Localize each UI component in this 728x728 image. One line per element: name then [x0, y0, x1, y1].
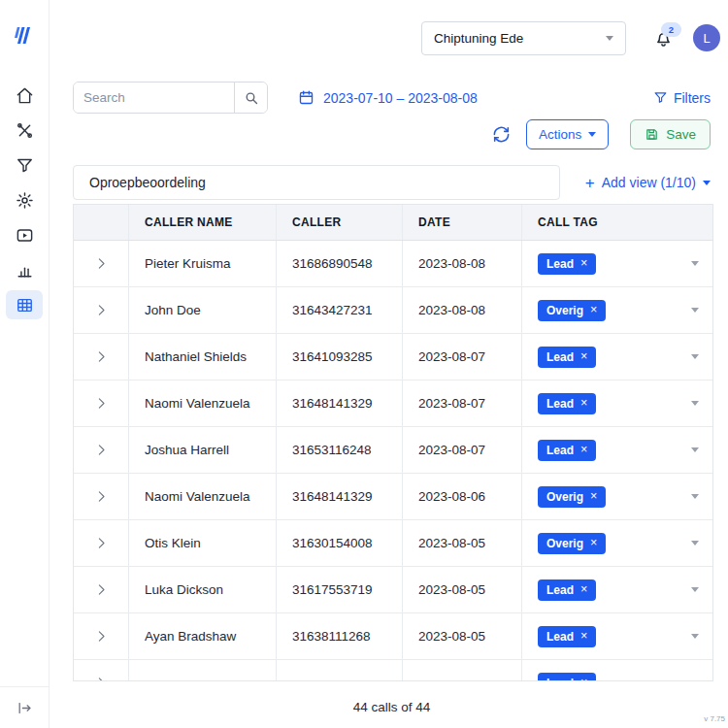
sidebar-item-call-table[interactable]	[6, 290, 43, 319]
date-range-value: 2023-07-10 – 2023-08-08	[323, 90, 478, 106]
chevron-right-icon	[94, 443, 109, 457]
row-expander[interactable]	[74, 241, 128, 286]
call-tag-badge[interactable]: Lead ×	[538, 626, 596, 647]
table-row: Lead ×	[74, 660, 712, 681]
call-tag-cell: Lead ×	[521, 381, 712, 426]
tag-dropdown-icon[interactable]	[691, 401, 699, 406]
row-expander[interactable]	[74, 660, 128, 681]
column-header-caller[interactable]: CALLER	[276, 205, 402, 240]
funnel-icon	[16, 156, 34, 175]
call-tag-label: Lead	[546, 257, 574, 271]
tag-dropdown-icon[interactable]	[691, 634, 699, 639]
call-tag-badge[interactable]: Lead ×	[538, 440, 596, 461]
call-tag-label: Lead	[546, 677, 574, 682]
tag-dropdown-icon[interactable]	[691, 680, 699, 681]
chevron-right-icon	[94, 489, 109, 504]
call-tag-cell: Lead ×	[521, 567, 712, 612]
call-tag-badge[interactable]: Overig ×	[538, 300, 606, 321]
sidebar-item-recordings[interactable]	[6, 220, 43, 249]
column-header-caller-name[interactable]: CALLER NAME	[128, 205, 276, 240]
triple-slash-logo[interactable]	[14, 27, 35, 44]
tag-dropdown-icon[interactable]	[691, 354, 699, 359]
sidebar-item-settings[interactable]	[6, 185, 43, 215]
toolbar-secondary: Actions Save	[73, 119, 711, 149]
plus-icon: +	[585, 175, 595, 191]
row-expander[interactable]	[74, 381, 128, 426]
avatar[interactable]: L	[693, 24, 720, 51]
row-expander[interactable]	[74, 613, 128, 659]
remove-tag-icon[interactable]: ×	[590, 537, 597, 549]
notifications-button[interactable]: 2	[653, 28, 674, 49]
tag-dropdown-icon[interactable]	[691, 587, 699, 592]
remove-tag-icon[interactable]: ×	[590, 304, 597, 316]
caller-name-cell: Otis Klein	[128, 520, 276, 566]
tag-dropdown-icon[interactable]	[691, 494, 699, 499]
caller-name-cell	[128, 660, 276, 681]
sidebar-item-filter[interactable]	[6, 150, 43, 180]
collapse-sidebar-icon	[17, 700, 33, 716]
remove-tag-icon[interactable]: ×	[590, 490, 597, 503]
caller-name-cell: Luka Dickson	[128, 567, 276, 612]
call-tag-badge[interactable]: Lead ×	[538, 347, 596, 368]
remove-tag-icon[interactable]: ×	[580, 583, 587, 596]
remove-tag-icon[interactable]: ×	[580, 444, 587, 456]
add-view-button[interactable]: + Add view (1/10)	[585, 175, 711, 191]
sidebar-item-home[interactable]	[6, 81, 43, 110]
tag-dropdown-icon[interactable]	[691, 308, 699, 313]
call-tag-label: Overig	[546, 490, 583, 504]
caller-name-cell: Joshua Harrell	[128, 427, 276, 473]
column-header-call-tag[interactable]: CALL TAG	[521, 205, 712, 240]
row-expander[interactable]	[74, 287, 128, 333]
table-row: Ayan Bradshaw 31638111268 2023-08-05 Lea…	[74, 613, 712, 660]
search-button[interactable]	[234, 83, 267, 113]
sidebar	[0, 0, 50, 728]
table-row: Otis Klein 31630154008 2023-08-05 Overig…	[74, 520, 712, 567]
call-tag-badge[interactable]: Lead ×	[538, 393, 596, 414]
remove-tag-icon[interactable]: ×	[580, 397, 587, 410]
remove-tag-icon[interactable]: ×	[580, 257, 587, 270]
column-header-date[interactable]: DATE	[402, 205, 521, 240]
date-cell: 2023-08-05	[402, 567, 521, 612]
refresh-icon	[492, 125, 511, 144]
gear-icon	[16, 191, 34, 210]
row-expander[interactable]	[74, 474, 128, 519]
row-expander[interactable]	[74, 567, 128, 612]
tag-dropdown-icon[interactable]	[691, 261, 699, 266]
call-tag-badge[interactable]: Overig ×	[538, 486, 606, 508]
call-tag-cell: Lead ×	[521, 660, 712, 681]
refresh-button[interactable]	[492, 125, 511, 144]
row-expander[interactable]	[74, 334, 128, 380]
top-header: Chiptuning Ede 2 L	[50, 21, 720, 54]
table-row: Naomi Valenzuela 31648141329 2023-08-07 …	[74, 381, 712, 427]
tag-dropdown-icon[interactable]	[691, 541, 699, 546]
chevron-right-icon	[94, 303, 109, 317]
active-view-tab[interactable]: Oproepbeoordeling	[73, 165, 560, 200]
row-expander[interactable]	[74, 520, 128, 566]
caller-number-cell	[276, 660, 402, 681]
call-tag-cell: Overig ×	[521, 474, 712, 519]
collapse-sidebar-button[interactable]	[0, 686, 49, 728]
company-selector-value: Chiptuning Ede	[434, 31, 523, 46]
call-tag-badge[interactable]: Lead ×	[538, 673, 596, 682]
row-expander[interactable]	[74, 427, 128, 473]
search-input[interactable]	[74, 83, 234, 113]
actions-label: Actions	[539, 127, 581, 142]
chevron-right-icon	[94, 676, 109, 681]
call-tag-badge[interactable]: Overig ×	[538, 533, 606, 554]
tag-dropdown-icon[interactable]	[691, 447, 699, 452]
call-tag-badge[interactable]: Lead ×	[538, 253, 596, 275]
save-button[interactable]: Save	[630, 119, 711, 149]
company-selector[interactable]: Chiptuning Ede	[421, 21, 626, 55]
remove-tag-icon[interactable]: ×	[580, 677, 587, 681]
remove-tag-icon[interactable]: ×	[580, 630, 587, 643]
call-tag-badge[interactable]: Lead ×	[538, 579, 596, 601]
remove-tag-icon[interactable]: ×	[580, 350, 587, 363]
filters-button[interactable]: Filters	[653, 90, 711, 106]
actions-button[interactable]: Actions	[526, 119, 609, 149]
sidebar-item-tools[interactable]	[6, 116, 43, 145]
notification-count-badge: 2	[661, 22, 681, 37]
caller-name-cell: Ayan Bradshaw	[128, 613, 276, 659]
sidebar-item-statistics[interactable]	[6, 255, 43, 284]
caller-number-cell: 31617553719	[276, 567, 402, 612]
date-range-picker[interactable]: 2023-07-10 – 2023-08-08	[298, 89, 478, 106]
